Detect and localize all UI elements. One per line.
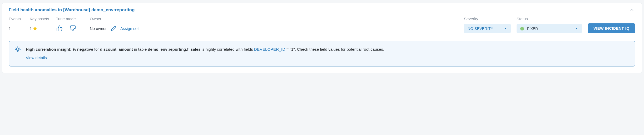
assign-self-link[interactable]: Assign self bbox=[120, 26, 140, 31]
pencil-icon bbox=[111, 26, 116, 31]
view-details-link[interactable]: View details bbox=[26, 55, 47, 61]
card-header: Field health anomalies in [Warehouse] de… bbox=[9, 7, 635, 13]
insight-text-part: . Check these field values for potential… bbox=[295, 47, 384, 51]
events-value: 1 bbox=[9, 24, 21, 33]
insight-field: discount_amount bbox=[100, 47, 133, 51]
lightbulb-icon bbox=[15, 46, 21, 53]
thumbs-up-icon bbox=[56, 25, 63, 32]
key-assets-label: Key assets bbox=[30, 17, 49, 21]
right-controls: Severity NO SEVERITY Status FIXED bbox=[464, 17, 635, 33]
status-dot-icon bbox=[520, 27, 524, 30]
insight-text-part: for bbox=[93, 47, 100, 51]
status-select[interactable]: FIXED bbox=[517, 24, 582, 33]
svg-line-1 bbox=[16, 48, 16, 48]
status-block: Status FIXED bbox=[517, 17, 582, 33]
tune-model-label: Tune model bbox=[56, 17, 77, 21]
caret-down-icon bbox=[575, 27, 578, 30]
thumbs-up-button[interactable] bbox=[56, 25, 63, 32]
star-icon bbox=[32, 26, 38, 31]
tune-model-block: Tune model bbox=[56, 17, 77, 33]
key-assets-value: 1 bbox=[30, 24, 49, 33]
insight-text: High correlation insight: % negative for… bbox=[26, 46, 384, 61]
insight-card: High correlation insight: % negative for… bbox=[9, 41, 635, 66]
insight-table: demo_env:reporting.f_sales bbox=[148, 47, 200, 51]
view-incident-iq-button[interactable]: VIEW INCIDENT IQ bbox=[588, 23, 635, 33]
insight-text-part: in table bbox=[133, 47, 148, 51]
incident-card: Field health anomalies in [Warehouse] de… bbox=[2, 3, 642, 73]
events-label: Events bbox=[9, 17, 21, 21]
edit-owner-button[interactable] bbox=[110, 25, 117, 32]
collapse-toggle[interactable] bbox=[628, 7, 635, 13]
thumbs-down-icon bbox=[70, 25, 76, 32]
meta-row: Events 1 Key assets 1 Tune model bbox=[9, 17, 635, 33]
caret-down-icon bbox=[504, 27, 507, 30]
insight-lead: High correlation insight: % negative bbox=[26, 47, 93, 51]
owner-value: No owner bbox=[90, 26, 107, 31]
thumbs-down-button[interactable] bbox=[69, 25, 76, 32]
severity-label: Severity bbox=[464, 17, 511, 21]
insight-text-part: = "1" bbox=[285, 47, 295, 51]
owner-label: Owner bbox=[90, 17, 140, 21]
severity-value: NO SEVERITY bbox=[468, 27, 493, 31]
chevron-up-icon bbox=[630, 8, 634, 12]
events-block: Events 1 bbox=[9, 17, 21, 33]
key-assets-block: Key assets 1 bbox=[30, 17, 49, 33]
severity-select[interactable]: NO SEVERITY bbox=[464, 24, 511, 33]
owner-block: Owner No owner Assign self bbox=[90, 17, 140, 33]
status-value: FIXED bbox=[527, 27, 538, 31]
developer-id-link[interactable]: DEVELOPER_ID bbox=[254, 47, 285, 51]
key-assets-count: 1 bbox=[30, 26, 32, 31]
severity-block: Severity NO SEVERITY bbox=[464, 17, 511, 33]
incident-title-link[interactable]: Field health anomalies in [Warehouse] de… bbox=[9, 7, 135, 13]
svg-line-2 bbox=[19, 48, 19, 48]
insight-text-part: is highly correlated with fields bbox=[201, 47, 254, 51]
status-label: Status bbox=[517, 17, 582, 21]
